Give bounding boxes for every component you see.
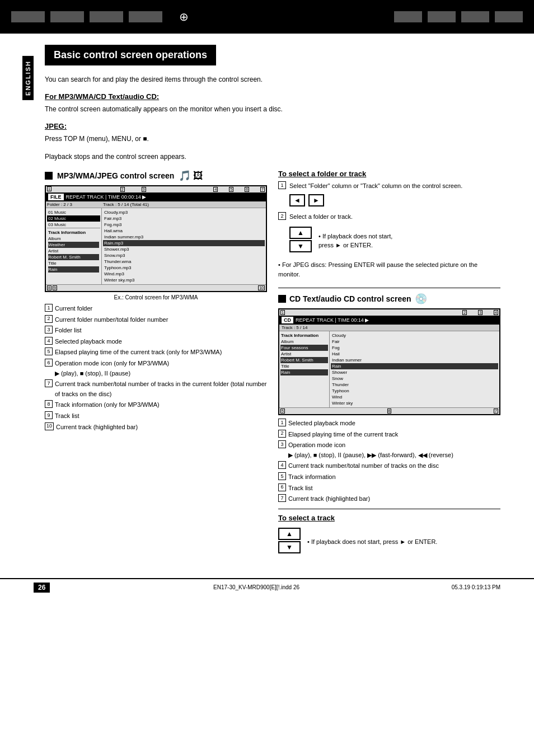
track-cloudy: Cloudy.mp3: [103, 209, 265, 215]
main-title: Basic control screen operations: [45, 45, 216, 65]
right-column: To select a folder or track 1 Select "Fo…: [278, 170, 500, 556]
cd-tag: CD: [282, 317, 293, 323]
cd-list-text-6: Track list: [288, 483, 313, 494]
top-bar-right-seg-2: [428, 11, 456, 22]
cd-list-num-2: 2: [278, 430, 286, 438]
list-num-8: 8: [45, 400, 53, 408]
list-text-1: Current folder: [55, 304, 92, 314]
cd-track-fair: Fair: [331, 339, 498, 345]
jpeg-section-title: JPEG:: [45, 122, 500, 130]
mp3-caption: Ex.: Control screen for MP3/WMA: [45, 294, 267, 300]
top-bar-right-seg-3: [461, 11, 489, 22]
cd-num-list: 1 Selected playback mode 2 Elapsed playi…: [278, 419, 500, 504]
jpeg-section-text1: Press TOP M (menu), MENU, or ■.: [45, 134, 500, 144]
cd-list-text-5: Track information: [288, 472, 336, 482]
cd-list-text-1: Selected playback mode: [288, 419, 355, 429]
cd-num-6: 6: [387, 408, 392, 414]
divider-line: [278, 288, 500, 288]
track-wintersky: Winter sky.mp3: [103, 277, 265, 283]
list-num-7: 7: [45, 379, 53, 387]
cd-sim-body: Track Information Album Four seasons Art…: [279, 331, 499, 407]
mp3-section-text: The control screen automatically appears…: [45, 104, 500, 114]
cd-track-wind: Wind: [331, 394, 498, 400]
cd-four-seasons: Four seasons: [280, 345, 328, 351]
right-arrow-btn[interactable]: ►: [308, 194, 324, 206]
language-label: ENGLISH: [22, 56, 34, 100]
cd-list-item-2: 2 Elapsed playing time of the current tr…: [278, 430, 500, 440]
step2-text: Select a folder or track.: [289, 212, 353, 222]
sim-screen-body: 01 Music 02 Music 03 Music Track Informa…: [46, 208, 266, 284]
page-number: 26: [34, 583, 50, 593]
list-num-2: 2: [45, 315, 53, 323]
mp3-sim-screen: 1 2 3 4 5 6 7 FILE REPEAT: [45, 185, 267, 292]
header-black-square: [45, 172, 53, 180]
mp3-cs-title: MP3/WMA/JPEG control screen: [57, 171, 174, 180]
select-track-down-btn[interactable]: ▼: [278, 541, 301, 553]
cd-track-indian: Indian summer: [331, 357, 498, 363]
list-num-10: 10: [45, 422, 54, 430]
cd-title-value: Rain: [280, 369, 328, 375]
track-indian: Indian summer.mp3: [103, 234, 265, 240]
list-text-7: Current track number/total number of tra…: [55, 379, 267, 399]
list-item-3: 3 Folder list: [45, 326, 267, 336]
cd-num-4: 4: [494, 310, 498, 315]
step1-num: 1: [278, 181, 286, 189]
folder-track-line: Folder : 2 / 3 Track : 5 / 14 (Total 41): [46, 201, 266, 208]
list-item-2: 2 Current folder number/total folder num…: [45, 315, 267, 325]
cd-artist-value: Robert M. Smith: [280, 357, 328, 363]
sim-nums-234: 2 3: [53, 187, 213, 192]
list-text-9: Track list: [55, 411, 79, 421]
top-bar-segment-4: [129, 11, 162, 22]
sim-num-8: 8: [47, 285, 51, 290]
select-track-title: To select a track: [278, 514, 500, 522]
select-track-updown: ▲ ▼: [278, 528, 301, 553]
list-num-3: 3: [45, 326, 53, 334]
cd-artist-label: Artist: [280, 351, 328, 357]
list-text-3: Folder list: [55, 326, 82, 336]
cd-list-item-4: 4 Current track number/total number of t…: [278, 461, 500, 471]
cd-list-num-7: 7: [278, 494, 286, 502]
list-num-1: 1: [45, 304, 53, 312]
jpeg-section-text2: Playback stops and the control screen ap…: [45, 152, 500, 162]
info-artist-label: Artist: [48, 248, 99, 254]
footer-file: EN17-30_KV-MRD900[E][!.indd 26: [61, 584, 451, 590]
select-track-up-btn[interactable]: ▲: [278, 528, 301, 540]
cd-track-fog: Fog: [331, 345, 498, 351]
track-snow: Snow.mp3: [103, 252, 265, 259]
cd-track-header: Track : 5 / 14: [279, 325, 499, 331]
track-rain: Rain.mp3: [103, 240, 265, 246]
step2-num: 2: [278, 212, 286, 220]
jpeg-icon: 🖼: [193, 170, 203, 182]
down-btn[interactable]: ▼: [289, 240, 312, 252]
track-fog: Fog.mp3: [103, 222, 265, 228]
info-artist-value: Robert M. Smith: [48, 254, 99, 260]
left-arrow-btn[interactable]: ◄: [289, 194, 305, 206]
cd-header-right: REPEAT TRACK | TIME 00:14 ▶: [296, 317, 369, 323]
track-fair: Fair.mp3: [103, 215, 265, 222]
cd-track-cloudy: Cloudy: [331, 332, 498, 339]
list-item-5: 5 Elapsed playing time of the current tr…: [45, 348, 267, 358]
select-track-controls: ▲ ▼ • If playback does not start, press …: [278, 525, 500, 556]
cd-sim-header: CD REPEAT TRACK | TIME 00:14 ▶: [279, 316, 499, 325]
track-wind: Wind.mp3: [103, 271, 265, 277]
up-btn[interactable]: ▲: [289, 227, 312, 239]
cd-list-text-7: Current track (highlighted bar): [288, 494, 370, 504]
list-num-4: 4: [45, 337, 53, 345]
select-track-note: • If playback does not start, press ► or…: [307, 537, 437, 547]
jpeg-note: • For JPEG discs: Pressing ENTER will pa…: [278, 260, 500, 279]
sim-num-10: 10: [258, 285, 265, 290]
folder-03: 03 Music: [47, 222, 100, 228]
list-text-4: Selected playback mode: [55, 337, 122, 347]
list-num-9: 9: [45, 411, 53, 419]
cd-track-hail: Hail: [331, 351, 498, 357]
list-text-5: Elapsed playing time of the current trac…: [55, 348, 222, 358]
cd-track-shower: Shower: [331, 369, 498, 375]
cd-list-text-3: Operation mode icon▶ (play), ■ (stop), I…: [288, 440, 453, 460]
cd-track-typhoon: Typhoon: [331, 388, 498, 394]
cd-track-info-label: Track Information: [280, 332, 328, 339]
page-footer: 26 EN17-30_KV-MRD900[E][!.indd 26 05.3.1…: [0, 578, 534, 596]
cd-nums-234: 2 3 4: [462, 310, 498, 315]
top-bar-right: [394, 11, 523, 22]
cd-track-thunder: Thunder: [331, 382, 498, 388]
header-right: REPEAT TRACK | TIME 00:00:14 ▶: [66, 194, 147, 200]
